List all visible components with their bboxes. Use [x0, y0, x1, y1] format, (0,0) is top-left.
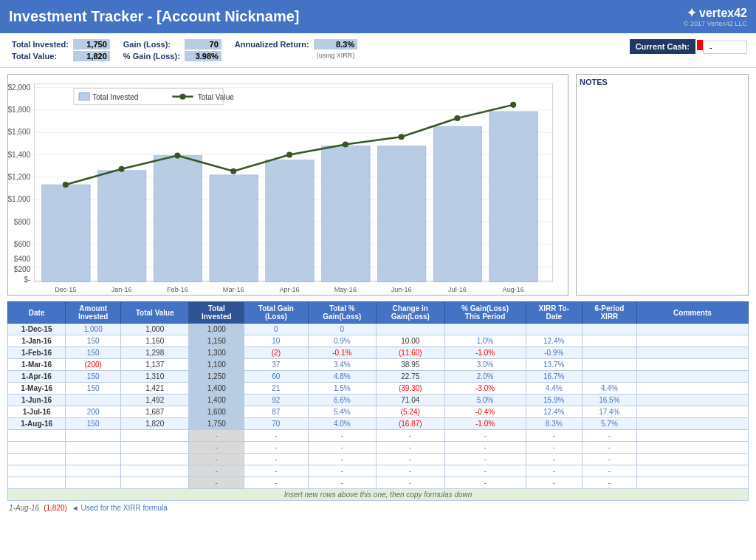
logo-area: ✦ vertex42 © 2017 Vertex42 LLC: [684, 6, 747, 27]
cell-total-value: 1,160: [121, 335, 189, 347]
th-xirr-todate: XIRR To-Date: [526, 302, 582, 324]
empty-amount: [66, 454, 121, 465]
empty-cg: -: [377, 430, 444, 442]
cell-comments: [636, 359, 748, 371]
cell-total-value: 1,687: [121, 406, 189, 418]
empty-comments: [636, 442, 748, 454]
total-value-value: 1,820: [73, 51, 110, 61]
annualized-value: 8.3%: [314, 39, 358, 49]
cell-xirr-6period: [582, 371, 636, 383]
empty-ti: -: [189, 442, 244, 454]
cell-change-gain: (39.30): [377, 383, 444, 395]
notes-area: NOTES: [576, 74, 749, 296]
empty-date: [8, 430, 66, 442]
cell-xirr-6period: 16.5%: [582, 395, 636, 406]
summary-gain-loss: Gain (Loss): 70 % Gain (Loss): 3.98%: [119, 38, 223, 63]
bar-apr16: [266, 160, 315, 282]
cell-date: 1-Jul-16: [8, 406, 66, 418]
cell-xirr-todate: 4.4%: [526, 383, 582, 395]
cell-comments: [636, 347, 748, 359]
cell-pct-gain-loss: 0: [308, 324, 376, 335]
legend-line-dot: [179, 94, 185, 100]
cell-pct-gain-loss: 3.4%: [308, 359, 376, 371]
cell-pct-gain-loss: 0.9%: [308, 335, 376, 347]
cell-xirr-todate: -0.9%: [526, 347, 582, 359]
cell-amount: (200): [66, 359, 121, 371]
cell-total-invested: 1,400: [189, 383, 244, 395]
total-invested-value: 1,750: [73, 39, 110, 49]
cell-gain-loss: 10: [244, 335, 308, 347]
xirr-date-label: 1-Aug-16: [9, 504, 39, 512]
cell-pct-this-period: 1.0%: [444, 335, 526, 347]
svg-text:Jul-16: Jul-16: [448, 286, 467, 293]
empty-ptp: -: [444, 454, 526, 465]
xirr-note: ◄ Used for the XIRR formula: [72, 504, 168, 512]
cell-pct-gain-loss: 1.5%: [308, 383, 376, 395]
footer-note: Insert new rows above this one, then cop…: [8, 489, 749, 501]
empty-x6: -: [582, 454, 636, 465]
cell-comments: [636, 395, 748, 406]
cell-xirr-6period: [582, 359, 636, 371]
cell-change-gain: (5.24): [377, 406, 444, 418]
cell-comments: [636, 335, 748, 347]
cell-amount: 150: [66, 383, 121, 395]
svg-text:Feb-16: Feb-16: [167, 286, 188, 293]
pct-gain-loss-value: 3.98%: [185, 51, 221, 61]
cell-date: 1-Jan-16: [8, 335, 66, 347]
table-row: 1-Mar-16 (200) 1,137 1,100 37 3.4% 38.95…: [8, 359, 749, 371]
cell-date: 1-Dec-15: [8, 324, 66, 335]
summary-invested-value: Total Invested: 1,750 Total Value: 1,820: [7, 38, 111, 63]
summary-annualized: Annualized Return: 8.3% (using XIRR): [230, 38, 359, 61]
cell-total-value: 1,421: [121, 383, 189, 395]
cell-xirr-6period: [582, 347, 636, 359]
bar-feb16: [154, 156, 202, 282]
empty-pgl: -: [308, 430, 376, 442]
cell-amount: 150: [66, 418, 121, 430]
table-row: 1-Jun-16 1,492 1,400 92 6.6% 71.04 5.0% …: [8, 395, 749, 406]
legend-bar-icon: [79, 93, 89, 100]
cell-total-invested: 1,400: [189, 395, 244, 406]
svg-text:Jan-16: Jan-16: [111, 286, 132, 293]
data-table: Date AmountInvested Total Value TotalInv…: [7, 301, 749, 501]
cell-change-gain: 10.00: [377, 335, 444, 347]
gain-loss-value: 70: [185, 39, 221, 49]
empty-date: [8, 442, 66, 454]
cell-date: 1-Feb-16: [8, 347, 66, 359]
th-change-gain: Change inGain(Loss): [377, 302, 444, 324]
cell-pct-gain-loss: 4.0%: [308, 418, 376, 430]
cell-gain-loss: (2): [244, 347, 308, 359]
cell-comments: [636, 324, 748, 335]
svg-text:$-: $-: [24, 276, 30, 284]
cell-pct-this-period: -0.4%: [444, 406, 526, 418]
cell-comments: [636, 371, 748, 383]
empty-tv: [121, 465, 189, 477]
cell-xirr-6period: [582, 335, 636, 347]
cell-xirr-todate: [526, 324, 582, 335]
cell-gain-loss: 70: [244, 418, 308, 430]
cell-xirr-6period: 5.7%: [582, 418, 636, 430]
empty-gl: -: [244, 454, 308, 465]
bar-dec15: [41, 185, 90, 281]
point-mar16: [230, 168, 236, 174]
svg-text:$400: $400: [14, 255, 31, 263]
cell-change-gain: [377, 324, 444, 335]
empty-table-row: - - - - - - -: [8, 477, 749, 489]
th-comments: Comments: [636, 302, 748, 324]
point-feb16: [174, 153, 180, 159]
cell-xirr-todate: 12.4%: [526, 335, 582, 347]
cell-xirr-todate: 12.4%: [526, 406, 582, 418]
cell-xirr-todate: 16.7%: [526, 371, 582, 383]
cell-total-value: 1,298: [121, 347, 189, 359]
empty-comments: [636, 430, 748, 442]
th-total-pct: Total %Gain(Loss): [308, 302, 376, 324]
empty-ti: -: [189, 430, 244, 442]
svg-text:$1,200: $1,200: [8, 173, 31, 181]
point-jun16: [399, 134, 405, 140]
point-aug16: [510, 102, 516, 108]
empty-tv: [121, 430, 189, 442]
annualized-note: (using XIRR): [314, 51, 358, 60]
total-value-label: Total Value:: [9, 51, 72, 61]
svg-text:$2,000: $2,000: [8, 83, 31, 92]
empty-cg: -: [377, 465, 444, 477]
svg-text:Aug-16: Aug-16: [503, 286, 524, 293]
